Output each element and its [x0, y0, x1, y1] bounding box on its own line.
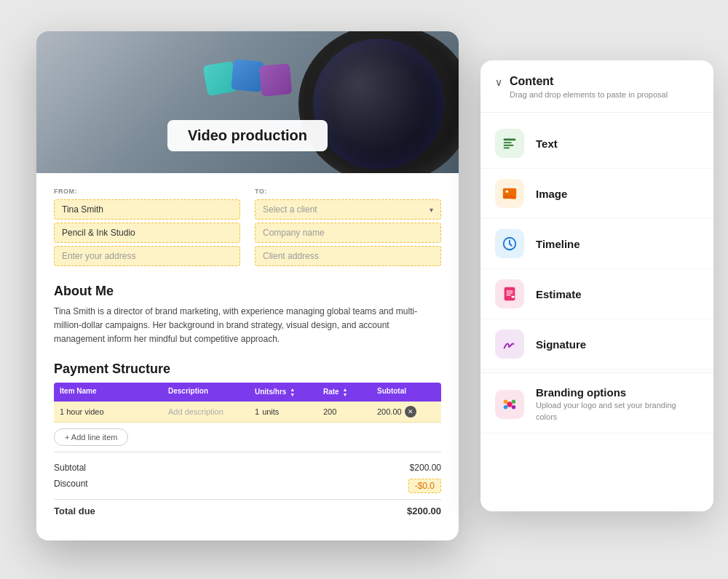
content-panel: ∨ Content Drag and drop elements to past… — [480, 60, 713, 511]
proposal-body: FROM: Tina Smith Pencil & Ink Studio Ent… — [36, 173, 459, 540]
svg-rect-2 — [504, 145, 514, 146]
proposal-hero: Video production — [36, 31, 459, 173]
signature-item-content: Signature — [536, 338, 699, 351]
panel-items-list: Text Image — [480, 113, 713, 439]
signature-item-label: Signature — [536, 338, 699, 351]
svg-rect-11 — [512, 296, 515, 298]
branding-item-label: Branding options — [536, 386, 699, 399]
th-description: Description — [168, 387, 252, 397]
subtotal-label: Subtotal — [54, 463, 86, 473]
svg-rect-1 — [504, 143, 512, 144]
to-client-placeholder: Select a client — [263, 204, 317, 215]
panel-item-image[interactable]: Image — [480, 169, 713, 219]
total-label: Total due — [54, 506, 95, 516]
svg-rect-7 — [505, 287, 515, 300]
th-units: Units/hrs ▲▼ — [255, 387, 320, 397]
svg-rect-0 — [504, 139, 516, 141]
timeline-item-content: Timeline — [536, 238, 699, 250]
panel-item-signature[interactable]: Signature — [480, 319, 713, 370]
to-company-field[interactable]: Company name — [255, 223, 441, 243]
discount-value[interactable]: -$0.0 — [408, 479, 441, 493]
svg-rect-3 — [504, 148, 510, 149]
th-subtotal: Subtotal — [377, 387, 435, 397]
row-subtotal: 200.00 ✕ — [377, 406, 435, 418]
to-client-select[interactable]: Select a client ▾ — [255, 199, 441, 220]
panel-item-timeline[interactable]: Timeline — [480, 219, 713, 269]
estimate-item-label: Estimate — [536, 288, 699, 300]
from-company-field[interactable]: Pencil & Ink Studio — [54, 223, 240, 243]
row-description[interactable]: Add description — [168, 407, 252, 416]
about-text: Tina Smith is a director of brand market… — [54, 305, 441, 347]
row-rate[interactable]: 200 — [323, 407, 374, 416]
discount-row: Discount -$0.0 — [54, 476, 441, 496]
collapse-icon[interactable]: ∨ — [495, 76, 502, 88]
svg-point-16 — [512, 405, 516, 410]
th-rate: Rate ▲▼ — [323, 387, 374, 397]
branding-item-content: Branding options Upload your logo and se… — [536, 386, 699, 423]
proposal-card: Video production FROM: Tina Smith Pencil… — [36, 31, 459, 540]
rate-sort-icon: ▲▼ — [342, 387, 347, 397]
svg-point-13 — [504, 400, 508, 404]
row-item-name[interactable]: 1 hour video — [60, 407, 165, 416]
table-row: 1 hour video Add description 1 units 200… — [54, 402, 441, 423]
panel-divider — [480, 372, 713, 373]
cube-purple — [259, 63, 293, 97]
estimate-item-content: Estimate — [536, 288, 699, 300]
from-column: FROM: Tina Smith Pencil & Ink Studio Ent… — [54, 188, 240, 269]
panel-title: Content — [510, 75, 668, 88]
subtotal-row: Subtotal $200.00 — [54, 460, 441, 476]
discount-label: Discount — [54, 479, 88, 493]
from-label: FROM: — [54, 188, 240, 195]
hero-logo — [205, 60, 290, 91]
row-units-value[interactable]: 1 — [255, 407, 259, 416]
branding-icon — [495, 390, 524, 419]
payment-table: Item Name Description Units/hrs ▲▼ Rate … — [54, 383, 441, 423]
panel-subtitle: Drag and drop elements to paste in propo… — [510, 89, 668, 100]
timeline-item-label: Timeline — [536, 238, 699, 250]
panel-header: ∨ Content Drag and drop elements to past… — [480, 75, 713, 113]
add-line-button[interactable]: + Add line item — [54, 428, 128, 446]
from-name-field[interactable]: Tina Smith — [54, 199, 240, 220]
panel-item-text[interactable]: Text — [480, 119, 713, 169]
estimate-icon — [495, 279, 524, 308]
row-subtotal-value: 200.00 — [377, 407, 402, 416]
panel-item-estimate[interactable]: Estimate — [480, 269, 713, 319]
th-item-name: Item Name — [60, 387, 165, 397]
text-item-content: Text — [536, 137, 699, 150]
camera-lens-decoration — [298, 31, 459, 173]
to-address-field[interactable]: Client address — [255, 246, 441, 266]
image-icon — [495, 179, 524, 208]
grand-total-row: Total due $200.00 — [54, 499, 441, 519]
image-item-label: Image — [536, 188, 699, 200]
image-item-content: Image — [536, 188, 699, 200]
svg-rect-9 — [506, 293, 513, 294]
svg-rect-10 — [506, 295, 510, 295]
units-sort-icon: ▲▼ — [290, 387, 295, 397]
text-icon — [495, 129, 524, 158]
hero-title: Video production — [167, 120, 328, 151]
svg-point-5 — [506, 191, 509, 193]
to-label: TO: — [255, 188, 441, 195]
branding-item-subtitle: Upload your logo and set your branding c… — [536, 400, 699, 423]
panel-item-branding[interactable]: Branding options Upload your logo and se… — [480, 376, 713, 434]
svg-rect-8 — [506, 291, 513, 292]
totals-section: Subtotal $200.00 Discount -$0.0 Total du… — [54, 452, 441, 519]
svg-point-15 — [504, 405, 508, 410]
row-units-label: units — [262, 407, 279, 416]
panel-title-group: Content Drag and drop elements to paste … — [510, 75, 668, 100]
delete-row-button[interactable]: ✕ — [405, 406, 416, 418]
svg-point-14 — [512, 400, 516, 404]
from-to-section: FROM: Tina Smith Pencil & Ink Studio Ent… — [54, 188, 441, 269]
table-header: Item Name Description Units/hrs ▲▼ Rate … — [54, 383, 441, 402]
chevron-down-icon: ▾ — [430, 206, 433, 214]
svg-point-12 — [507, 402, 512, 407]
to-column: TO: Select a client ▾ Company name Clien… — [255, 188, 441, 269]
text-item-label: Text — [536, 137, 699, 150]
signature-icon — [495, 330, 524, 359]
from-address-field[interactable]: Enter your address — [54, 246, 240, 266]
row-units: 1 units — [255, 407, 320, 416]
payment-heading: Payment Structure — [54, 362, 441, 377]
subtotal-value: $200.00 — [410, 463, 441, 473]
about-heading: About Me — [54, 284, 441, 299]
total-value: $200.00 — [407, 506, 441, 516]
